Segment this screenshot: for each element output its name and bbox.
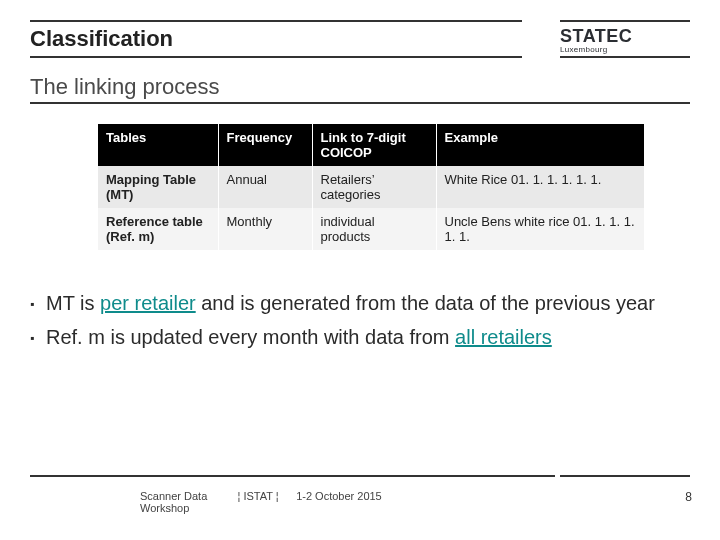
- logo-rule-top: [560, 20, 690, 22]
- bullet-square-icon: ▪: [30, 290, 46, 318]
- th-tables: Tables: [98, 124, 218, 166]
- section-title: Classification: [30, 26, 173, 52]
- subtitle-rule: [30, 102, 690, 104]
- cell-link: Retailers’ categories: [312, 166, 436, 208]
- footer: Scanner Data Workshop ¦ ISTAT ¦ 1-2 Octo…: [30, 490, 690, 514]
- cell-frequency: Monthly: [218, 208, 312, 250]
- bullet-text-underline: all retailers: [455, 326, 552, 348]
- brand-logo: STATEC Luxembourg: [560, 26, 632, 54]
- bullet-text: MT is per retailer and is generated from…: [46, 290, 655, 316]
- bullet-text-post: and is generated from the data of the pr…: [196, 292, 655, 314]
- bullet-text: Ref. m is updated every month with data …: [46, 324, 552, 350]
- table-header-row: Tables Frequency Link to 7-digit COICOP …: [98, 124, 644, 166]
- linking-table: Tables Frequency Link to 7-digit COICOP …: [98, 124, 644, 250]
- footer-left: Scanner Data Workshop: [30, 490, 220, 514]
- header-rule-bottom: [30, 56, 522, 58]
- slide: Classification STATEC Luxembourg The lin…: [0, 0, 720, 540]
- cell-tables: Mapping Table (MT): [98, 166, 218, 208]
- table-row: Mapping Table (MT) Annual Retailers’ cat…: [98, 166, 644, 208]
- cell-tables: Reference table (Ref. m): [98, 208, 218, 250]
- cell-example: White Rice 01. 1. 1. 1. 1. 1.: [436, 166, 644, 208]
- cell-link: individual products: [312, 208, 436, 250]
- footer-mid: ¦ ISTAT ¦: [223, 490, 293, 502]
- bullet-text-pre: MT is: [46, 292, 100, 314]
- bullet-item: ▪ Ref. m is updated every month with dat…: [30, 324, 690, 352]
- logo-rule-bottom: [560, 56, 690, 58]
- footer-right: 1-2 October 2015: [296, 490, 456, 502]
- bullet-text-pre: Ref. m is updated every month with data …: [46, 326, 455, 348]
- footer-rule-left: [30, 475, 555, 477]
- brand-name: STATEC: [560, 26, 632, 47]
- cell-example: Uncle Bens white rice 01. 1. 1. 1. 1. 1.: [436, 208, 644, 250]
- table-row: Reference table (Ref. m) Monthly individ…: [98, 208, 644, 250]
- header-rule-top: [30, 20, 522, 22]
- bullet-item: ▪ MT is per retailer and is generated fr…: [30, 290, 690, 318]
- th-frequency: Frequency: [218, 124, 312, 166]
- page-number: 8: [685, 490, 692, 504]
- cell-frequency: Annual: [218, 166, 312, 208]
- bullet-list: ▪ MT is per retailer and is generated fr…: [30, 290, 690, 358]
- th-example: Example: [436, 124, 644, 166]
- slide-subtitle: The linking process: [30, 74, 220, 100]
- bullet-text-underline: per retailer: [100, 292, 196, 314]
- bullet-square-icon: ▪: [30, 324, 46, 352]
- footer-rule-right: [560, 475, 690, 477]
- th-link: Link to 7-digit COICOP: [312, 124, 436, 166]
